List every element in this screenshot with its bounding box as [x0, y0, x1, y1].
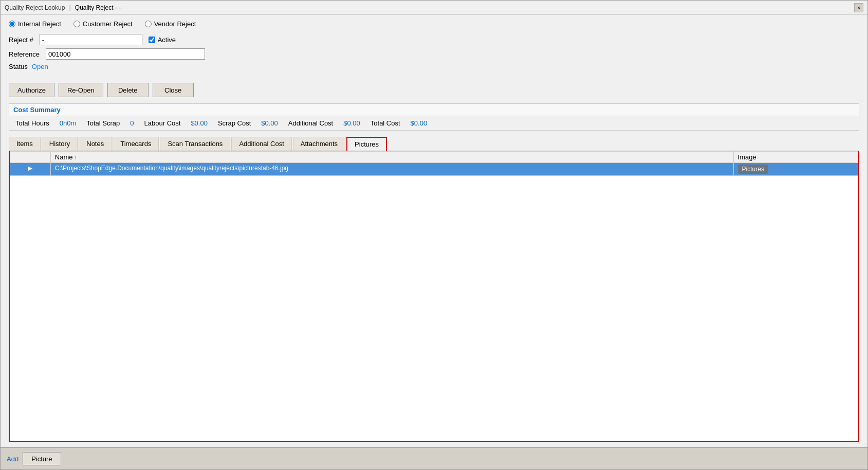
- pictures-content: Name ↑ Image ▶ C:\Projects\ShopEdge.Docu…: [10, 151, 858, 441]
- delete-button[interactable]: Delete: [107, 83, 149, 97]
- cost-summary-section: Cost Summary Total Hours 0h0m Total Scra…: [9, 103, 859, 131]
- reference-label: Reference: [9, 50, 40, 58]
- labour-cost-value: $0.00: [191, 119, 208, 127]
- lookup-title: Quality Reject Lookup: [5, 4, 65, 11]
- sort-arrow-icon: ↑: [75, 155, 77, 160]
- reject-number-input[interactable]: [40, 34, 142, 45]
- internal-reject-input[interactable]: [9, 21, 15, 27]
- image-badge-cell: Pictures: [733, 163, 858, 176]
- picture-button[interactable]: Picture: [23, 452, 61, 465]
- authorize-button[interactable]: Authorize: [9, 83, 54, 97]
- bottom-bar: Add Picture: [1, 447, 867, 469]
- vendor-reject-input[interactable]: [145, 21, 152, 27]
- vendor-reject-radio[interactable]: Vendor Reject: [145, 20, 196, 28]
- reopen-button[interactable]: Re-Open: [59, 83, 103, 97]
- tabs-container: Items History Notes Timecards Scan Trans…: [9, 137, 859, 151]
- close-button[interactable]: Close: [153, 83, 194, 97]
- scrap-cost-value: $0.00: [261, 119, 278, 127]
- cost-summary-row: Total Hours 0h0m Total Scrap 0 Labour Co…: [9, 116, 859, 130]
- labour-cost-label: Labour Cost: [144, 119, 181, 127]
- tab-content-pictures: Name ↑ Image ▶ C:\Projects\ShopEdge.Docu…: [9, 151, 859, 442]
- pictures-table: Name ↑ Image ▶ C:\Projects\ShopEdge.Docu…: [10, 151, 858, 176]
- total-scrap-value: 0: [130, 119, 134, 127]
- tab-additional-cost[interactable]: Additional Cost: [231, 137, 291, 151]
- tab-attachments[interactable]: Attachments: [293, 137, 345, 151]
- cost-summary-header: Cost Summary: [9, 104, 859, 116]
- col-name-header[interactable]: Name ↑: [50, 152, 733, 163]
- reject-type-radio-group: Internal Reject Customer Reject Vendor R…: [9, 20, 859, 28]
- title-bar: Quality Reject Lookup | Quality Reject -…: [1, 1, 867, 15]
- active-section: Active: [149, 36, 176, 44]
- tab-timecards[interactable]: Timecards: [113, 137, 159, 151]
- action-buttons: Authorize Re-Open Delete Close: [9, 83, 859, 97]
- col-image-header[interactable]: Image: [733, 152, 858, 163]
- total-cost-label: Total Cost: [371, 119, 400, 127]
- main-window: Quality Reject Lookup | Quality Reject -…: [0, 0, 868, 470]
- title-bar-left: Quality Reject Lookup | Quality Reject -…: [5, 4, 121, 11]
- status-row: Status Open: [9, 63, 859, 70]
- row-expand-arrow[interactable]: ▶: [10, 163, 51, 176]
- tab-pictures[interactable]: Pictures: [346, 137, 387, 151]
- total-hours-label: Total Hours: [15, 119, 49, 127]
- col-arrow-header: [10, 152, 51, 163]
- customer-reject-input[interactable]: [73, 21, 80, 27]
- close-window-button[interactable]: ×: [854, 3, 863, 12]
- additional-cost-label: Additional Cost: [288, 119, 333, 127]
- active-title: Quality Reject - -: [75, 4, 121, 11]
- image-badge: Pictures: [738, 165, 768, 174]
- active-checkbox[interactable]: [149, 37, 155, 43]
- active-label: Active: [158, 36, 176, 44]
- main-content: Internal Reject Customer Reject Vendor R…: [1, 15, 867, 447]
- additional-cost-value: $0.00: [343, 119, 360, 127]
- tab-history[interactable]: History: [42, 137, 78, 151]
- internal-reject-radio[interactable]: Internal Reject: [9, 20, 61, 28]
- reference-input[interactable]: [46, 48, 205, 60]
- total-cost-value: $0.00: [411, 119, 428, 127]
- add-link[interactable]: Add: [7, 455, 19, 463]
- customer-reject-radio[interactable]: Customer Reject: [73, 20, 133, 28]
- table-row[interactable]: ▶ C:\Projects\ShopEdge.Documentation\qua…: [10, 163, 858, 176]
- status-label: Status: [9, 63, 28, 70]
- status-value: Open: [32, 63, 48, 70]
- file-name-cell: C:\Projects\ShopEdge.Documentation\quali…: [50, 163, 733, 176]
- tab-scan-transactions[interactable]: Scan Transactions: [160, 137, 230, 151]
- total-hours-value: 0h0m: [60, 119, 77, 127]
- scrap-cost-label: Scrap Cost: [218, 119, 251, 127]
- tab-notes[interactable]: Notes: [79, 137, 112, 151]
- total-scrap-label: Total Scrap: [86, 119, 120, 127]
- reject-number-label: Reject #: [9, 36, 33, 44]
- tab-items[interactable]: Items: [9, 137, 41, 151]
